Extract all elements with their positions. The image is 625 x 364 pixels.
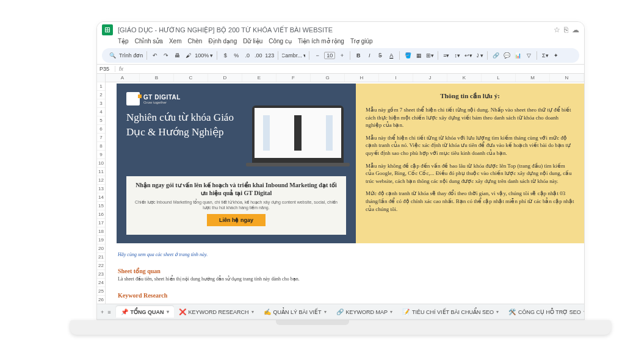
chevron-down-icon[interactable]: ▾: [390, 309, 392, 315]
row-header[interactable]: 4: [97, 108, 105, 116]
col-header[interactable]: L: [482, 74, 516, 82]
row-header[interactable]: 8: [97, 142, 105, 151]
row-header[interactable]: 23: [97, 270, 105, 279]
menu-data[interactable]: Dữ liệu: [243, 38, 262, 45]
zoom-dropdown[interactable]: 100% ▾: [195, 51, 213, 60]
text-color-icon[interactable]: A: [387, 51, 396, 60]
tab-quan-ly-bai-viet[interactable]: ✍️ QUẢN LÝ BÀI VIẾT ▾: [259, 306, 331, 318]
chevron-down-icon[interactable]: ▾: [583, 309, 585, 315]
borders-icon[interactable]: ▦: [414, 51, 423, 60]
valign-icon[interactable]: ↕▾: [453, 51, 461, 60]
col-header[interactable]: G: [311, 74, 345, 82]
row-header[interactable]: 13: [97, 185, 105, 193]
dec-decrease-icon[interactable]: .0: [243, 51, 251, 60]
menu-edit[interactable]: Chỉnh sửa: [135, 38, 163, 45]
more-formats-icon[interactable]: 123: [265, 51, 274, 60]
functions-icon[interactable]: Σ▾: [541, 51, 549, 60]
col-header[interactable]: E: [242, 74, 276, 82]
font-dropdown[interactable]: Cambr... ▾: [282, 51, 305, 60]
grid[interactable]: A B C D E F G H I J K L M N: [106, 74, 584, 304]
percent-icon[interactable]: %: [232, 51, 240, 60]
tab-cong-cu-seo[interactable]: 🛠️ CÔNG CỤ HỖ TRỢ SEO ▾: [504, 306, 585, 318]
currency-icon[interactable]: $: [221, 51, 229, 60]
halign-icon[interactable]: ≡▾: [442, 51, 450, 60]
row-header[interactable]: 3: [97, 99, 105, 108]
menu-extensions[interactable]: Tiện ích mở rộng: [298, 38, 344, 45]
filter-icon[interactable]: ▽: [524, 51, 533, 60]
row-header[interactable]: 6: [97, 125, 105, 134]
redo-icon[interactable]: ↷: [162, 51, 170, 60]
search-icon[interactable]: 🔍: [108, 51, 117, 60]
row-header[interactable]: 16: [97, 210, 105, 219]
col-header[interactable]: N: [550, 74, 584, 82]
chart-icon[interactable]: 📊: [513, 51, 522, 60]
fill-color-icon[interactable]: 🪣: [403, 51, 412, 60]
font-size-input[interactable]: 10: [324, 52, 335, 59]
row-header[interactable]: 19: [97, 236, 105, 244]
col-header[interactable]: H: [345, 74, 379, 82]
document-title[interactable]: [GIÁO DỤC - HƯỚNG NGHIỆP] BỘ 200 TỪ KHÓA…: [118, 26, 554, 34]
row-header[interactable]: 17: [97, 219, 105, 227]
row-header[interactable]: 2: [97, 91, 105, 99]
link-icon[interactable]: 🔗: [491, 51, 500, 60]
col-header[interactable]: K: [447, 74, 482, 82]
menu-tools[interactable]: Công cụ: [269, 38, 292, 45]
row-header[interactable]: 14: [97, 193, 105, 202]
sheets-ai-icon[interactable]: ✦: [552, 51, 560, 60]
comment-icon[interactable]: 💬: [502, 51, 511, 60]
print-icon[interactable]: 🖶: [173, 51, 181, 60]
chevron-down-icon[interactable]: ▾: [496, 309, 499, 315]
menu-format[interactable]: Định dạng: [208, 38, 237, 45]
row-header[interactable]: 21: [97, 253, 105, 262]
font-size-inc[interactable]: +: [338, 51, 346, 60]
menu-view[interactable]: Xem: [169, 38, 182, 45]
row-header[interactable]: 5: [97, 116, 105, 125]
col-header[interactable]: A: [106, 74, 140, 82]
col-header[interactable]: M: [516, 74, 550, 82]
col-header[interactable]: I: [379, 74, 413, 82]
wrap-icon[interactable]: ↩▾: [464, 51, 472, 60]
bold-icon[interactable]: B: [354, 51, 363, 60]
cloud-icon[interactable]: ☁: [572, 26, 579, 34]
tab-keyword-research[interactable]: ❌ KEYWORD RESEARCH ▾: [174, 306, 259, 318]
row-header[interactable]: 12: [97, 176, 105, 185]
tab-tong-quan[interactable]: 📌 TỔNG QUAN ▾: [116, 306, 174, 318]
row-header[interactable]: 9: [97, 151, 105, 159]
row-header[interactable]: 10: [97, 159, 105, 168]
chevron-down-icon[interactable]: ▾: [324, 309, 327, 315]
row-header[interactable]: 20: [97, 244, 105, 253]
undo-icon[interactable]: ↶: [151, 51, 159, 60]
add-sheet-icon[interactable]: +: [101, 309, 104, 315]
contact-button[interactable]: Liên hệ ngay: [207, 214, 266, 226]
rotate-icon[interactable]: ⤸▾: [475, 51, 483, 60]
row-header[interactable]: 7: [97, 134, 105, 142]
row-header[interactable]: 22: [97, 262, 105, 270]
row-header[interactable]: 24: [97, 279, 105, 287]
row-header[interactable]: 26: [97, 296, 105, 304]
col-header[interactable]: F: [276, 74, 311, 82]
italic-icon[interactable]: I: [365, 51, 374, 60]
row-header[interactable]: 11: [97, 168, 105, 176]
row-header[interactable]: 18: [97, 227, 105, 236]
merge-icon[interactable]: ⊞▾: [425, 51, 434, 60]
tab-tieu-chi-seo[interactable]: 📝 TIÊU CHÍ VIẾT BÀI CHUẨN SEO ▾: [397, 306, 504, 318]
chevron-down-icon[interactable]: ▾: [251, 309, 254, 315]
chevron-down-icon[interactable]: ▾: [167, 309, 169, 315]
menu-help[interactable]: Trợ giúp: [350, 38, 373, 45]
font-size-dec[interactable]: −: [313, 51, 322, 60]
row-header[interactable]: 25: [97, 287, 105, 296]
col-header[interactable]: B: [140, 74, 174, 82]
star-icon[interactable]: ☆: [554, 26, 560, 34]
row-header[interactable]: 1: [97, 82, 105, 91]
dec-increase-icon[interactable]: .00: [254, 51, 262, 60]
name-box[interactable]: P35: [97, 66, 115, 72]
tab-keyword-map[interactable]: 🔗 KEYWORD MAP ▾: [331, 306, 398, 318]
col-header[interactable]: D: [208, 74, 242, 82]
paint-format-icon[interactable]: 🖌: [184, 51, 192, 60]
col-header[interactable]: J: [413, 74, 447, 82]
row-header[interactable]: 15: [97, 202, 105, 210]
menu-file[interactable]: Tệp: [118, 38, 129, 45]
menu-insert[interactable]: Chèn: [187, 38, 202, 45]
strike-icon[interactable]: S̶: [376, 51, 385, 60]
folder-move-icon[interactable]: ⎘: [564, 26, 568, 34]
